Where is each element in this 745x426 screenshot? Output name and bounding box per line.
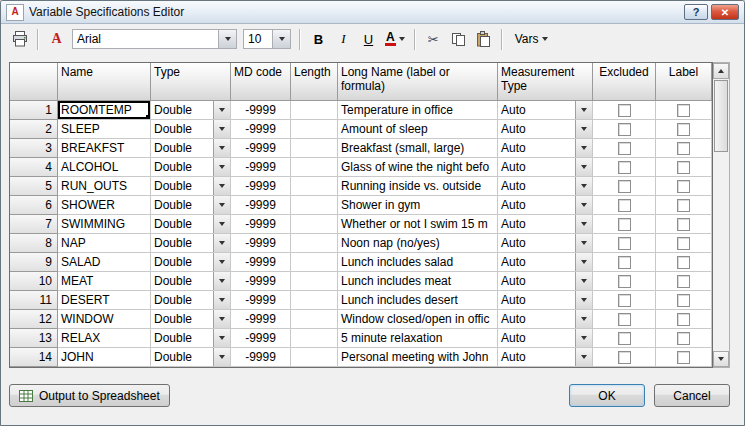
- label-checkbox[interactable]: [677, 142, 690, 155]
- type-dropdown-button[interactable]: [213, 215, 230, 233]
- row-number[interactable]: 12: [10, 310, 58, 329]
- type-dropdown[interactable]: Double: [151, 291, 231, 310]
- length-cell[interactable]: [291, 291, 338, 310]
- row-number[interactable]: 7: [10, 215, 58, 234]
- vars-dropdown-button[interactable]: Vars: [509, 27, 555, 51]
- label-checkbox[interactable]: [677, 104, 690, 117]
- name-cell[interactable]: NAP: [58, 234, 151, 253]
- measurement-dropdown-button[interactable]: [575, 101, 592, 119]
- measurement-dropdown-button[interactable]: [575, 158, 592, 176]
- length-cell[interactable]: [291, 101, 338, 120]
- type-dropdown-button[interactable]: [213, 177, 230, 195]
- column-header-excluded[interactable]: Excluded: [593, 63, 656, 101]
- measurement-dropdown-button[interactable]: [575, 120, 592, 138]
- excluded-checkbox[interactable]: [618, 218, 631, 231]
- md-code-cell[interactable]: -9999: [231, 139, 291, 158]
- measurement-dropdown-button[interactable]: [575, 310, 592, 328]
- length-cell[interactable]: [291, 253, 338, 272]
- md-code-cell[interactable]: -9999: [231, 120, 291, 139]
- measurement-dropdown-button[interactable]: [575, 291, 592, 309]
- title-bar[interactable]: A Variable Specifications Editor ? ✕: [1, 1, 744, 24]
- row-number[interactable]: 10: [10, 272, 58, 291]
- output-to-spreadsheet-button[interactable]: Output to Spreadsheet: [9, 384, 170, 407]
- close-button[interactable]: ✕: [711, 4, 739, 20]
- md-code-cell[interactable]: -9999: [231, 101, 291, 120]
- type-dropdown-button[interactable]: [213, 234, 230, 252]
- measurement-dropdown-button[interactable]: [575, 215, 592, 233]
- measurement-dropdown-button[interactable]: [575, 348, 592, 366]
- name-cell[interactable]: SWIMMING: [58, 215, 151, 234]
- row-number[interactable]: 3: [10, 139, 58, 158]
- length-cell[interactable]: [291, 196, 338, 215]
- label-checkbox[interactable]: [677, 256, 690, 269]
- type-dropdown-button[interactable]: [213, 158, 230, 176]
- font-color-button[interactable]: A: [382, 27, 408, 51]
- scrollbar-thumb[interactable]: [714, 80, 728, 152]
- long-name-cell[interactable]: Shower in gym: [338, 196, 498, 215]
- type-dropdown[interactable]: Double: [151, 158, 231, 177]
- long-name-cell[interactable]: Lunch includes desert: [338, 291, 498, 310]
- md-code-cell[interactable]: -9999: [231, 272, 291, 291]
- excluded-checkbox[interactable]: [618, 123, 631, 136]
- label-checkbox[interactable]: [677, 218, 690, 231]
- long-name-cell[interactable]: Window closed/open in offic: [338, 310, 498, 329]
- type-dropdown-button[interactable]: [213, 310, 230, 328]
- print-button[interactable]: [8, 27, 31, 51]
- excluded-checkbox[interactable]: [618, 142, 631, 155]
- md-code-cell[interactable]: -9999: [231, 291, 291, 310]
- font-family-dropdown-button[interactable]: [218, 30, 236, 48]
- measurement-type-dropdown[interactable]: Auto: [498, 329, 593, 348]
- measurement-type-dropdown[interactable]: Auto: [498, 291, 593, 310]
- measurement-type-dropdown[interactable]: Auto: [498, 215, 593, 234]
- type-dropdown-button[interactable]: [213, 272, 230, 290]
- label-checkbox[interactable]: [677, 351, 690, 364]
- font-size-dropdown-button[interactable]: [272, 30, 290, 48]
- length-cell[interactable]: [291, 177, 338, 196]
- long-name-cell[interactable]: Personal meeting with John: [338, 348, 498, 367]
- row-number[interactable]: 5: [10, 177, 58, 196]
- row-number[interactable]: 6: [10, 196, 58, 215]
- measurement-type-dropdown[interactable]: Auto: [498, 177, 593, 196]
- name-cell[interactable]: SHOWER: [58, 196, 151, 215]
- excluded-checkbox[interactable]: [618, 275, 631, 288]
- excluded-checkbox[interactable]: [618, 313, 631, 326]
- column-header-measurement-type[interactable]: Measurement Type: [498, 63, 593, 101]
- long-name-cell[interactable]: Breakfast (small, large): [338, 139, 498, 158]
- md-code-cell[interactable]: -9999: [231, 196, 291, 215]
- measurement-type-dropdown[interactable]: Auto: [498, 310, 593, 329]
- name-cell[interactable]: WINDOW: [58, 310, 151, 329]
- scrollbar-track[interactable]: [713, 79, 729, 351]
- type-dropdown[interactable]: Double: [151, 253, 231, 272]
- long-name-cell[interactable]: Glass of wine the night befo: [338, 158, 498, 177]
- cut-button[interactable]: ✂: [422, 27, 445, 51]
- type-dropdown-button[interactable]: [213, 139, 230, 157]
- type-dropdown[interactable]: Double: [151, 196, 231, 215]
- excluded-checkbox[interactable]: [618, 104, 631, 117]
- type-dropdown[interactable]: Double: [151, 139, 231, 158]
- md-code-cell[interactable]: -9999: [231, 348, 291, 367]
- measurement-type-dropdown[interactable]: Auto: [498, 120, 593, 139]
- measurement-type-dropdown[interactable]: Auto: [498, 234, 593, 253]
- excluded-checkbox[interactable]: [618, 351, 631, 364]
- measurement-type-dropdown[interactable]: Auto: [498, 158, 593, 177]
- type-dropdown[interactable]: Double: [151, 120, 231, 139]
- type-dropdown[interactable]: Double: [151, 177, 231, 196]
- name-cell[interactable]: RUN_OUTS: [58, 177, 151, 196]
- name-cell[interactable]: ROOMTEMP: [58, 101, 151, 120]
- md-code-cell[interactable]: -9999: [231, 329, 291, 348]
- md-code-cell[interactable]: -9999: [231, 253, 291, 272]
- measurement-type-dropdown[interactable]: Auto: [498, 253, 593, 272]
- name-cell[interactable]: RELAX: [58, 329, 151, 348]
- measurement-type-dropdown[interactable]: Auto: [498, 348, 593, 367]
- type-dropdown[interactable]: Double: [151, 329, 231, 348]
- long-name-cell[interactable]: Lunch includes meat: [338, 272, 498, 291]
- name-cell[interactable]: SALAD: [58, 253, 151, 272]
- column-header-length[interactable]: Length: [291, 63, 338, 101]
- type-dropdown-button[interactable]: [213, 196, 230, 214]
- row-number[interactable]: 13: [10, 329, 58, 348]
- excluded-checkbox[interactable]: [618, 256, 631, 269]
- length-cell[interactable]: [291, 158, 338, 177]
- scroll-up-button[interactable]: [713, 63, 729, 79]
- measurement-dropdown-button[interactable]: [575, 196, 592, 214]
- paste-button[interactable]: [472, 27, 495, 51]
